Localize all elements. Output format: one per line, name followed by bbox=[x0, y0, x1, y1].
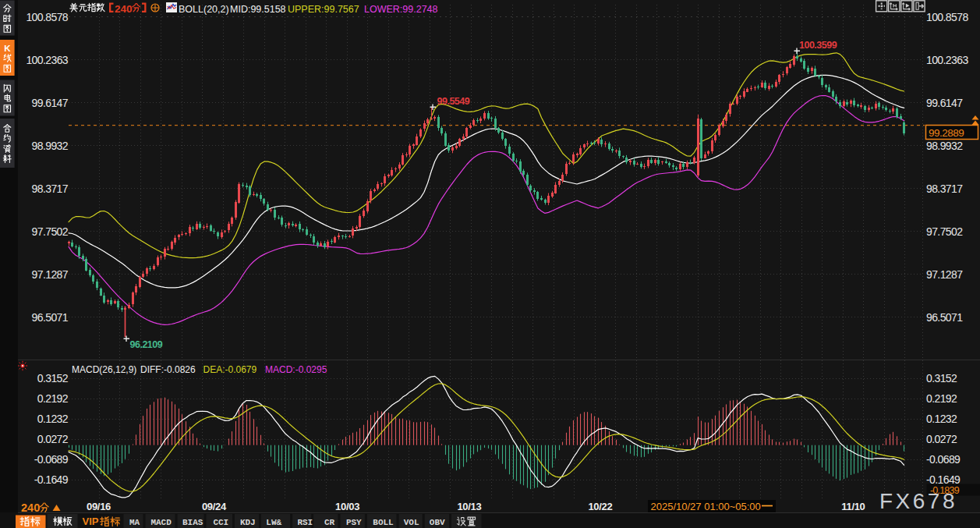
svg-text:240: 240 bbox=[21, 501, 40, 514]
svg-text:UPPER:99.7567: UPPER:99.7567 bbox=[288, 4, 359, 15]
svg-text:100.2363: 100.2363 bbox=[26, 54, 68, 66]
svg-text:100.8578: 100.8578 bbox=[926, 11, 968, 23]
svg-text:KDJ: KDJ bbox=[240, 518, 256, 527]
svg-text:VOL: VOL bbox=[404, 518, 419, 527]
svg-text:98.9932: 98.9932 bbox=[32, 140, 69, 152]
svg-text:-0.1649: -0.1649 bbox=[34, 473, 69, 486]
svg-text:97.1287: 97.1287 bbox=[926, 268, 963, 281]
svg-text:LW&: LW& bbox=[266, 518, 281, 527]
svg-text:MACD:-0.0295: MACD:-0.0295 bbox=[265, 364, 327, 375]
svg-text:10/22: 10/22 bbox=[588, 501, 612, 512]
svg-text:100.3599: 100.3599 bbox=[799, 40, 837, 51]
svg-text:99.2889: 99.2889 bbox=[929, 127, 964, 139]
svg-text:LOWER:99.2748: LOWER:99.2748 bbox=[364, 4, 438, 15]
svg-text:99.6147: 99.6147 bbox=[32, 97, 69, 109]
svg-text:MA: MA bbox=[129, 518, 140, 527]
svg-text:K: K bbox=[4, 44, 11, 53]
svg-text:96.2109: 96.2109 bbox=[130, 339, 163, 350]
svg-text:0.2192: 0.2192 bbox=[37, 392, 69, 405]
svg-text:CCI: CCI bbox=[213, 518, 228, 527]
svg-text:DEA:-0.0679: DEA:-0.0679 bbox=[203, 364, 257, 375]
svg-text:CR: CR bbox=[324, 518, 335, 527]
svg-text:BIAS: BIAS bbox=[182, 518, 203, 527]
svg-text:FX678: FX678 bbox=[879, 489, 957, 513]
svg-text:BOLL(20,2): BOLL(20,2) bbox=[179, 4, 229, 15]
svg-text:MACD(26,12,9): MACD(26,12,9) bbox=[72, 364, 136, 375]
svg-text:OBV: OBV bbox=[430, 518, 445, 527]
svg-text:RSI: RSI bbox=[297, 518, 313, 527]
svg-text:PSY: PSY bbox=[346, 518, 362, 527]
svg-text:99.5549: 99.5549 bbox=[437, 96, 470, 107]
svg-text:0.1232: 0.1232 bbox=[37, 413, 69, 425]
svg-text:100.2363: 100.2363 bbox=[926, 54, 968, 66]
svg-text:VIP: VIP bbox=[83, 516, 99, 527]
svg-text:240: 240 bbox=[115, 3, 133, 15]
svg-text:96.5071: 96.5071 bbox=[32, 311, 69, 324]
svg-text:96.5071: 96.5071 bbox=[926, 311, 963, 324]
svg-text:0.2192: 0.2192 bbox=[926, 392, 957, 405]
svg-text:09/16: 09/16 bbox=[87, 501, 111, 512]
svg-text:98.3717: 98.3717 bbox=[32, 182, 69, 195]
svg-text:98.9932: 98.9932 bbox=[926, 140, 963, 152]
svg-text:BOLL: BOLL bbox=[373, 518, 394, 527]
svg-text:0.0272: 0.0272 bbox=[926, 433, 957, 445]
svg-text:98.3717: 98.3717 bbox=[926, 182, 963, 195]
svg-text:97.7502: 97.7502 bbox=[926, 225, 963, 238]
svg-text:-0.0689: -0.0689 bbox=[926, 453, 961, 466]
svg-text:0.0272: 0.0272 bbox=[37, 433, 69, 445]
svg-text:97.7502: 97.7502 bbox=[32, 225, 69, 238]
svg-text:MID:99.5158: MID:99.5158 bbox=[230, 4, 286, 15]
svg-text:10/03: 10/03 bbox=[335, 501, 359, 512]
svg-text:2025/10/27 01:00~05:00: 2025/10/27 01:00~05:00 bbox=[651, 501, 761, 512]
svg-text:0.3152: 0.3152 bbox=[926, 372, 957, 384]
svg-text:100.8578: 100.8578 bbox=[26, 11, 68, 23]
svg-text:10/13: 10/13 bbox=[457, 501, 481, 512]
svg-text:0.3152: 0.3152 bbox=[37, 372, 69, 384]
svg-text:0.1232: 0.1232 bbox=[926, 413, 957, 425]
svg-text:99.6147: 99.6147 bbox=[926, 97, 963, 109]
svg-text:97.1287: 97.1287 bbox=[32, 268, 69, 281]
svg-text:09/24: 09/24 bbox=[202, 501, 227, 512]
svg-text:11/10: 11/10 bbox=[841, 501, 865, 512]
svg-text:-0.0689: -0.0689 bbox=[34, 453, 69, 466]
svg-text:MACD: MACD bbox=[150, 518, 172, 527]
svg-text:DIFF:-0.0826: DIFF:-0.0826 bbox=[140, 364, 196, 375]
